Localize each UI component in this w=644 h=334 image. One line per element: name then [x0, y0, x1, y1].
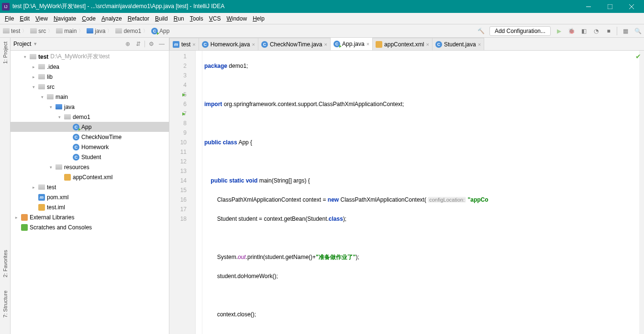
breadcrumb: test〉src〉main〉java〉demo1〉CApp — [2, 27, 477, 35]
tree-node-demo1[interactable]: ▾demo1 — [11, 112, 169, 122]
project-panel-header: Project ▼ ⊕ ⇵ ⚙ — — [11, 38, 169, 51]
menu-refactor[interactable]: Refactor — [125, 14, 152, 23]
add-configuration-button[interactable]: Add Configuration... — [489, 26, 551, 36]
tree-node-test-iml[interactable]: ▸test.iml — [11, 202, 169, 212]
svg-rect-1 — [608, 4, 612, 9]
build-icon[interactable]: 🔨 — [477, 27, 486, 35]
close-tab-icon[interactable]: × — [478, 42, 481, 47]
tree-node-appcontext-xml[interactable]: ▸appContext.xml — [11, 172, 169, 182]
error-stripe[interactable] — [639, 51, 644, 334]
close-tab-icon[interactable]: × — [324, 42, 327, 47]
inspection-ok-icon[interactable]: ✔ — [635, 53, 641, 60]
divider — [144, 41, 145, 47]
scroll-from-source-icon[interactable]: ⊕ — [123, 40, 132, 48]
menu-navigate[interactable]: Navigate — [51, 14, 79, 23]
breadcrumb-item[interactable]: java〉 — [86, 27, 113, 35]
search-everywhere-icon[interactable]: 🔍 — [633, 27, 642, 35]
editor-tabs: mtest×CHomework.java×CCheckNowTime.java×… — [169, 38, 644, 51]
app-icon: IJ — [2, 3, 10, 11]
stop-icon[interactable]: ■ — [604, 27, 613, 35]
close-tab-icon[interactable]: × — [426, 42, 429, 47]
close-tab-icon[interactable]: × — [366, 41, 369, 47]
tree-node-resources[interactable]: ▾resources — [11, 162, 169, 172]
menu-file[interactable]: File — [2, 14, 17, 23]
close-tab-icon[interactable]: × — [252, 42, 255, 47]
menubar: FileEditViewNavigateCodeAnalyzeRefactorB… — [0, 13, 644, 24]
tab-homework-java[interactable]: CHomework.java× — [199, 38, 258, 50]
breadcrumb-item[interactable]: src〉 — [29, 27, 54, 35]
menu-analyze[interactable]: Analyze — [99, 14, 125, 23]
menu-view[interactable]: View — [33, 14, 51, 23]
menu-help[interactable]: Help — [250, 14, 267, 23]
breadcrumb-item[interactable]: main〉 — [55, 27, 85, 35]
tree-node--idea[interactable]: ▸.idea — [11, 62, 169, 72]
menu-build[interactable]: Build — [152, 14, 171, 23]
debug-icon[interactable]: 🐞 — [567, 27, 576, 35]
menu-run[interactable]: Run — [171, 14, 187, 23]
fold-gutter[interactable] — [196, 51, 202, 334]
breadcrumb-item[interactable]: test〉 — [2, 27, 28, 35]
run-icon[interactable]: ▶ — [555, 27, 563, 35]
navigation-bar: test〉src〉main〉java〉demo1〉CApp 🔨 Add Conf… — [0, 24, 644, 38]
favorites-tool-button[interactable]: 2: Favorites — [2, 248, 8, 279]
expand-all-icon[interactable]: ⇵ — [134, 40, 143, 48]
close-tab-icon[interactable]: × — [192, 42, 195, 47]
coverage-icon[interactable]: ◧ — [579, 27, 588, 35]
tree-node-checknowtime[interactable]: ▸CCheckNowTime — [11, 132, 169, 142]
tree-node-lib[interactable]: ▸lib — [11, 72, 169, 82]
profiler-icon[interactable]: ◔ — [592, 27, 600, 35]
left-tool-strip: 1: Project 2: Favorites 7: Structure — [0, 38, 11, 334]
tab-app-java[interactable]: CApp.java× — [330, 37, 373, 50]
structure-tool-button[interactable]: 7: Structure — [2, 289, 8, 320]
tab-test[interactable]: mtest× — [169, 38, 199, 50]
project-label: Project — [13, 41, 31, 47]
tab-appcontext-xml[interactable]: appContext.xml× — [372, 38, 433, 50]
tree-node-app[interactable]: ▸CApp — [11, 122, 169, 132]
hide-icon[interactable]: — — [157, 40, 166, 48]
editor-area: mtest×CHomework.java×CCheckNowTime.java×… — [169, 38, 644, 334]
settings-icon[interactable]: ⚙ — [147, 40, 155, 48]
maximize-button[interactable] — [599, 0, 621, 13]
project-panel: Project ▼ ⊕ ⇵ ⚙ — ▾testD:\A_MyWork\开发\te… — [11, 38, 169, 334]
menu-edit[interactable]: Edit — [17, 14, 33, 23]
code-editor[interactable]: 12345▶67▶89101112131415161718 package de… — [169, 51, 644, 334]
code-content[interactable]: package demo1; import org.springframewor… — [202, 51, 639, 334]
menu-window[interactable]: Window — [223, 14, 250, 23]
divider — [617, 27, 617, 35]
titlebar: IJ test [D:\A_MyWork\开发\test] - ...\src\… — [0, 0, 644, 13]
tree-node-homework[interactable]: ▸CHomework — [11, 142, 169, 152]
tree-node-src[interactable]: ▾src — [11, 82, 169, 92]
tree-node-external-libraries[interactable]: ▸External Libraries — [11, 212, 169, 222]
tree-node-scratches-and-consoles[interactable]: ▸Scratches and Consoles — [11, 222, 169, 232]
tree-node-java[interactable]: ▾java — [11, 102, 169, 112]
breadcrumb-item[interactable]: CApp — [150, 27, 170, 35]
line-gutter[interactable]: 12345▶67▶89101112131415161718 — [169, 51, 196, 334]
tree-node-main[interactable]: ▾main — [11, 92, 169, 102]
tab-student-java[interactable]: CStudent.java× — [432, 38, 484, 50]
tree-node-test[interactable]: ▸test — [11, 182, 169, 192]
tab-checknowtime-java[interactable]: CCheckNowTime.java× — [258, 38, 331, 50]
project-tool-button[interactable]: 1: Project — [2, 40, 8, 65]
tree-node-student[interactable]: ▸CStudent — [11, 152, 169, 162]
menu-tools[interactable]: Tools — [187, 14, 206, 23]
menu-vcs[interactable]: VCS — [206, 14, 224, 23]
project-tree[interactable]: ▾testD:\A_MyWork\开发\test▸.idea▸lib▾src▾m… — [11, 51, 169, 334]
breadcrumb-item[interactable]: demo1〉 — [114, 27, 149, 35]
window-title: test [D:\A_MyWork\开发\test] - ...\src\mai… — [12, 2, 577, 11]
close-button[interactable] — [621, 0, 642, 13]
layout-icon[interactable]: ▦ — [621, 27, 630, 35]
tree-node-test[interactable]: ▾testD:\A_MyWork\开发\test — [11, 52, 169, 62]
menu-code[interactable]: Code — [79, 14, 99, 23]
tree-node-pom-xml[interactable]: ▸mpom.xml — [11, 192, 169, 202]
minimize-button[interactable] — [577, 0, 599, 13]
